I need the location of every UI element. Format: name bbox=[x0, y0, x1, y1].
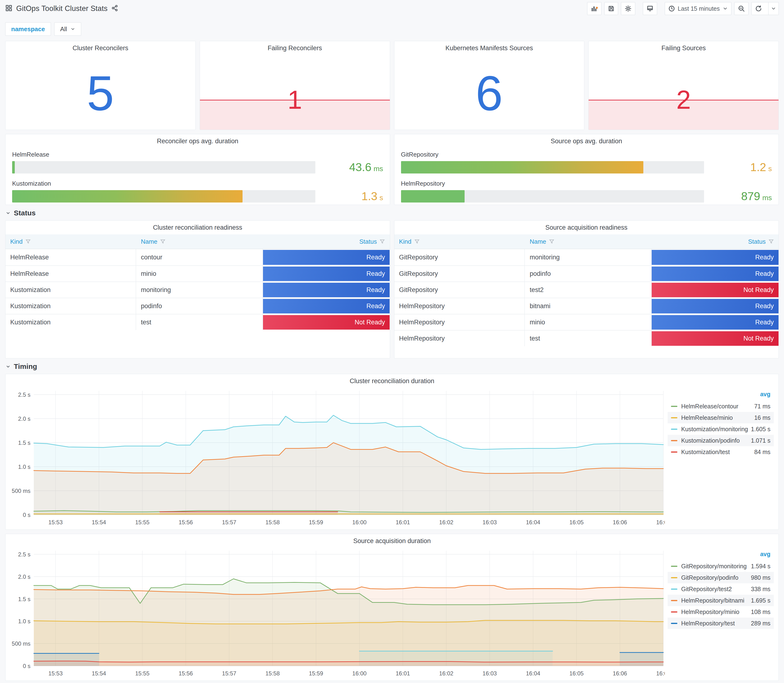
panel-title[interactable]: Failing Sources bbox=[588, 41, 779, 55]
legend-item[interactable]: HelmRepository/minio108 ms bbox=[668, 606, 774, 617]
svg-text:15:59: 15:59 bbox=[309, 670, 323, 677]
time-range-picker[interactable]: Last 15 minutes bbox=[665, 2, 732, 15]
series-avg-value: 16 ms bbox=[754, 414, 770, 421]
svg-text:1.0 s: 1.0 s bbox=[18, 618, 30, 624]
table-row: GitRepositorypodinfoReady bbox=[394, 265, 779, 282]
row-toggle-status[interactable]: Status bbox=[5, 209, 779, 217]
chart-legend: avgGitRepository/monitoring1.594 sGitRep… bbox=[668, 550, 774, 629]
cell-status: Ready bbox=[652, 314, 779, 330]
series-name[interactable]: GitRepository/monitoring bbox=[681, 563, 747, 570]
variable-label-namespace[interactable]: namespace bbox=[5, 22, 51, 36]
svg-text:16:07: 16:07 bbox=[656, 519, 665, 526]
stat-panel-kubernetes-manifests-sources: Kubernetes Manifests Sources 6 bbox=[394, 41, 585, 130]
refresh-interval-dropdown[interactable] bbox=[768, 2, 779, 15]
svg-text:1.0 s: 1.0 s bbox=[18, 463, 30, 470]
series-name[interactable]: HelmRepository/test bbox=[681, 620, 735, 627]
series-name[interactable]: HelmRelease/minio bbox=[681, 414, 733, 421]
chevron-down-icon bbox=[771, 6, 776, 11]
chart-legend: avgHelmRelease/contour71 msHelmRelease/m… bbox=[668, 390, 774, 458]
time-series-plot[interactable]: 15:5315:5415:5515:5615:5715:5815:5916:00… bbox=[9, 388, 665, 527]
time-range-label: Last 15 minutes bbox=[678, 5, 720, 12]
table-header: Kind Name Status bbox=[5, 234, 390, 249]
refresh-button-group[interactable] bbox=[751, 2, 779, 15]
svg-text:500 ms: 500 ms bbox=[12, 640, 30, 647]
panel-title[interactable]: Cluster Reconcilers bbox=[5, 41, 196, 55]
legend-item[interactable]: Kustomization/podinfo1.071 s bbox=[668, 435, 774, 446]
column-header-kind[interactable]: Kind bbox=[394, 234, 525, 249]
cell-kind: HelmRepository bbox=[394, 298, 525, 314]
series-name[interactable]: HelmRepository/bitnami bbox=[681, 597, 744, 604]
panel-title[interactable]: Reconciler ops avg. duration bbox=[5, 134, 390, 148]
dashboard-variables: namespace All bbox=[0, 15, 784, 41]
column-header-name[interactable]: Name bbox=[525, 234, 652, 249]
column-header-status[interactable]: Status bbox=[263, 234, 390, 249]
cell-name: podinfo bbox=[525, 266, 652, 282]
stat-value: 2 bbox=[588, 87, 779, 113]
legend-item[interactable]: HelmRelease/minio16 ms bbox=[668, 412, 774, 423]
series-name[interactable]: Kustomization/monitoring bbox=[681, 426, 748, 433]
series-color-marker bbox=[671, 429, 677, 430]
series-color-marker bbox=[671, 600, 677, 601]
legend-item[interactable]: HelmRelease/contour71 ms bbox=[668, 401, 774, 412]
series-name[interactable]: GitRepository/podinfo bbox=[681, 574, 738, 581]
svg-text:16:00: 16:00 bbox=[352, 670, 367, 677]
panel-title[interactable]: Cluster reconciliation duration bbox=[5, 374, 779, 388]
legend-item[interactable]: Kustomization/test84 ms bbox=[668, 446, 774, 458]
column-header-name[interactable]: Name bbox=[136, 234, 263, 249]
table-row: KustomizationpodinfoReady bbox=[5, 298, 390, 314]
cell-kind: Kustomization bbox=[5, 282, 136, 298]
svg-text:16:04: 16:04 bbox=[526, 670, 540, 677]
add-panel-button[interactable] bbox=[587, 2, 601, 15]
legend-item[interactable]: GitRepository/podinfo980 ms bbox=[668, 572, 774, 583]
stat-panel-failing-reconcilers: Failing Reconcilers 1 bbox=[200, 41, 390, 130]
row-toggle-timing[interactable]: Timing bbox=[5, 362, 779, 370]
chevron-down-icon bbox=[723, 6, 728, 11]
series-color-marker bbox=[671, 417, 677, 418]
time-series-plot[interactable]: 15:5315:5415:5515:5615:5715:5815:5916:00… bbox=[9, 547, 665, 678]
legend-avg-header: avg bbox=[668, 550, 774, 560]
series-name[interactable]: Kustomization/test bbox=[681, 449, 730, 455]
gauge-label: HelmRepository bbox=[401, 180, 772, 187]
dashboard-grid-icon[interactable] bbox=[5, 5, 12, 13]
chevron-down-icon bbox=[71, 27, 75, 31]
share-icon[interactable] bbox=[111, 5, 118, 12]
panel-title[interactable]: Source acquisition duration bbox=[5, 534, 779, 548]
svg-text:15:55: 15:55 bbox=[135, 519, 149, 526]
table-row: HelmRepositorytestNot Ready bbox=[394, 330, 779, 346]
legend-item[interactable]: GitRepository/monitoring1.594 s bbox=[668, 560, 774, 572]
series-name[interactable]: Kustomization/podinfo bbox=[681, 437, 740, 444]
svg-text:16:05: 16:05 bbox=[569, 670, 584, 677]
dashboard-title[interactable]: GitOps Toolkit Cluster Stats bbox=[16, 4, 107, 13]
panel-title[interactable]: Kubernetes Manifests Sources bbox=[394, 41, 584, 55]
panel-title[interactable]: Source ops avg. duration bbox=[394, 134, 779, 148]
column-header-kind[interactable]: Kind bbox=[5, 234, 136, 249]
cell-kind: HelmRepository bbox=[394, 314, 525, 330]
legend-item[interactable]: Kustomization/monitoring1.605 s bbox=[668, 423, 774, 435]
panel-title[interactable]: Failing Reconcilers bbox=[200, 41, 390, 55]
cell-kind: HelmRepository bbox=[394, 330, 525, 346]
save-dashboard-button[interactable] bbox=[604, 2, 618, 15]
svg-text:16:02: 16:02 bbox=[439, 519, 454, 526]
refresh-button[interactable] bbox=[752, 2, 765, 15]
legend-item[interactable]: GitRepository/test2338 ms bbox=[668, 583, 774, 595]
series-name[interactable]: GitRepository/test2 bbox=[681, 586, 732, 593]
zoom-out-button[interactable] bbox=[734, 2, 749, 15]
legend-item[interactable]: HelmRepository/test289 ms bbox=[668, 617, 774, 629]
legend-avg-header: avg bbox=[668, 390, 774, 401]
column-header-status[interactable]: Status bbox=[652, 234, 779, 249]
panel-title[interactable]: Source acquisition readiness bbox=[394, 221, 779, 234]
settings-button[interactable] bbox=[621, 2, 635, 15]
variable-value-dropdown[interactable]: All bbox=[54, 22, 81, 36]
tv-mode-button[interactable] bbox=[643, 2, 657, 15]
series-avg-value: 980 ms bbox=[751, 574, 770, 581]
gauge-row: HelmRelease43.6ms bbox=[12, 151, 383, 174]
svg-text:2.5 s: 2.5 s bbox=[18, 391, 30, 398]
cell-status: Ready bbox=[652, 249, 779, 265]
panel-title[interactable]: Cluster reconciliation readiness bbox=[5, 221, 390, 234]
series-avg-value: 1.605 s bbox=[751, 426, 770, 433]
svg-text:16:06: 16:06 bbox=[613, 519, 627, 526]
legend-item[interactable]: HelmRepository/bitnami1.695 s bbox=[668, 595, 774, 606]
series-name[interactable]: HelmRelease/contour bbox=[681, 403, 738, 410]
cell-status: Ready bbox=[263, 282, 390, 298]
series-name[interactable]: HelmRepository/minio bbox=[681, 609, 739, 616]
